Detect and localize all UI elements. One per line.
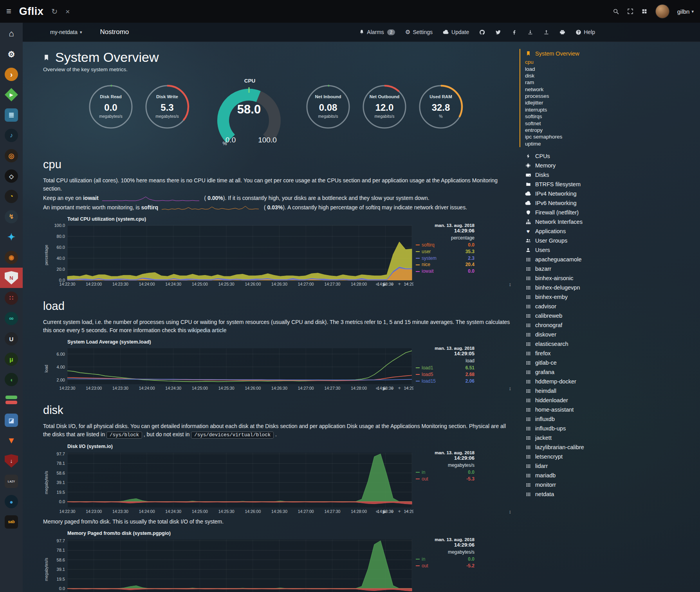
nav-upload[interactable] [543,29,549,35]
menu-item-gitlab-ce[interactable]: gitlab-ce [525,358,700,367]
menu-item-diskover[interactable]: diskover [525,330,700,339]
menu-item-netdata[interactable]: netdata [525,490,700,499]
host-dropdown[interactable]: my-netdata▾ [50,29,82,35]
menu-item-calibreweb[interactable]: calibreweb [525,311,700,320]
sidebar-app-deluge[interactable]: ● [0,495,23,509]
hamburger-menu-icon[interactable]: ≡ [6,7,11,16]
menu-item-heimdall[interactable]: heimdall [525,387,700,396]
menu-item-applications[interactable]: ♥Applications [525,227,700,236]
sidebar-app-settings[interactable]: ⚙ [0,47,23,61]
menu-subitem-network[interactable]: network [525,86,700,93]
chart-zoom-out-button[interactable]: − [405,281,408,287]
menu-subitem-load[interactable]: load [525,65,700,72]
chart-pan-back-button[interactable]: « [376,509,379,515]
menu-item-apacheguacamole[interactable]: apacheguacamole [525,255,700,264]
nav-settings[interactable]: ⚙Settings [405,29,433,36]
legend-series-nice[interactable]: nice20.4 [416,261,474,268]
sidebar-app-home[interactable]: ⌂ [0,27,23,41]
menu-item-lidarr[interactable]: lidarr [525,462,700,471]
menu-subitem-processes[interactable]: processes [525,93,700,99]
menu-item-disks[interactable]: Disks [525,171,700,180]
sidebar-app-kodi[interactable]: ✦ [0,230,23,244]
sidebar-app-utorrent[interactable]: µ [0,352,23,366]
chart-zoom-in-button[interactable]: + [398,385,401,391]
app-logo[interactable]: Gflix [19,5,44,18]
sidebar-app-varken[interactable]: ↓ [0,454,23,468]
refresh-icon[interactable]: ↻ [51,8,58,15]
sidebar-app-emby[interactable]: ▶ [0,88,23,102]
sidebar-app-ombi[interactable]: ◇ [0,169,23,183]
legend-series-load1[interactable]: load16.51 [416,365,474,371]
menu-subitem-interrupts[interactable]: interrupts [525,106,700,113]
menu-item-users[interactable]: Users [525,246,700,255]
chart-pan-forward-button[interactable]: » [391,281,393,287]
chart-resize-handle[interactable]: ↕ [509,385,512,391]
sidebar-app-jackett[interactable]: ◎ [0,149,23,163]
menu-item-influxdb-ups[interactable]: influxdb-ups [525,424,700,433]
menu-subitem-idlejitter[interactable]: idlejitter [525,99,700,106]
sidebar-app-photos[interactable]: ◪ [0,413,23,427]
legend-series-system[interactable]: system2.3 [416,255,474,262]
gauge-used-ram[interactable]: Used RAM32.8% [417,83,470,131]
menu-subitem-entropy[interactable]: entropy [525,127,700,133]
menu-subitem-uptime[interactable]: uptime [525,140,700,147]
menu-subitem-softnet[interactable]: softnet [525,120,700,126]
sidebar-app-sabnzbd[interactable]: sab [0,515,23,529]
gauge-cpu[interactable]: CPU58.00.0100.0% [208,78,292,146]
chart-zoom-out-button[interactable]: − [405,385,408,391]
search-icon[interactable] [613,8,619,15]
chart-zoom-out-button[interactable]: − [405,509,408,515]
sidebar-app-airsonic[interactable]: ♪ [0,128,23,142]
tabs-icon[interactable] [641,8,648,14]
menu-item-letsencrypt[interactable]: letsencrypt [525,452,700,461]
sidebar-app-flood[interactable]: ∞ [0,311,23,326]
chart-zoom-in-button[interactable]: + [398,509,401,515]
chart-play-button[interactable]: ▶ [383,281,387,287]
legend-series-in[interactable]: in0.0 [416,469,474,476]
chart-zoom-in-button[interactable]: + [398,281,401,287]
gauge-net-inbound[interactable]: Net Inbound0.08megabits/s [304,83,357,131]
legend-series-load5[interactable]: load52.68 [416,371,474,378]
chart-pan-back-button[interactable]: « [376,385,379,391]
menu-item-cpus[interactable]: CPUs [525,152,700,161]
menu-item-binhex-delugevpn[interactable]: binhex-delugevpn [525,283,700,292]
chart-resize-handle[interactable]: ↕ [509,509,512,515]
sidebar-app-plex[interactable]: › [0,67,23,81]
nav-facebook[interactable] [511,29,517,35]
legend-series-user[interactable]: user35.3 [416,248,474,255]
menu-item-cadvisor[interactable]: cadvisor [525,302,700,311]
menu-subitem-ram[interactable]: ram [525,79,700,86]
menu-item-btrfs-filesystem[interactable]: BTRFS filesystem [525,180,700,189]
menu-item-binhex-emby[interactable]: binhex-emby [525,293,700,302]
nav-download[interactable] [527,29,533,35]
chart-pan-forward-button[interactable]: » [391,385,393,391]
menu-item-mariadb[interactable]: mariadb [525,471,700,480]
sidebar-app-tautulli[interactable]: ↯ [0,210,23,224]
gauge-net-outbound[interactable]: Net Outbound12.0megabits/s [360,83,413,131]
sidebar-app-radarr[interactable]: ◔ [0,189,23,203]
chart-canvas[interactable]: 6.004.002.0014:22:3014:23:0014:23:3014:2… [49,345,413,392]
gauge-disk-read[interactable]: Disk Read0.0megabytes/s [87,83,140,131]
menu-item-grafana[interactable]: grafana [525,368,700,377]
menu-item-elasticsearch[interactable]: elasticsearch [525,340,700,349]
legend-series-softirq[interactable]: softirq0.0 [416,242,474,248]
chart-play-button[interactable]: ▶ [383,385,387,391]
nav-github[interactable] [479,29,485,35]
fullscreen-icon[interactable] [627,8,633,14]
user-menu[interactable]: gilbn▾ [677,8,694,15]
wikipedia-article-link[interactable]: wikipedia article [188,327,227,333]
menu-item-chronograf[interactable]: chronograf [525,321,700,330]
sidebar-app-lazylibrarian[interactable]: LAZY [0,474,23,488]
menu-item-home-assistant[interactable]: home-assistant [525,405,700,414]
nav-twitter[interactable] [495,29,501,35]
menu-item-user-groups[interactable]: User Groups [525,236,700,245]
nav-update[interactable]: Update [443,29,469,35]
sidebar-app-gitlab[interactable]: ▼ [0,434,23,448]
sidebar-app-netdata[interactable]: N [0,268,23,288]
legend-series-out[interactable]: out-5.3 [416,476,474,482]
menu-item-system-overview[interactable]: System Overview [525,49,700,58]
menu-subitem-disk[interactable]: disk [525,72,700,79]
nav-alarms[interactable]: Alarms2 [359,29,395,35]
menu-item-network-interfaces[interactable]: Network Interfaces [525,218,700,227]
menu-item-ipv4-networking[interactable]: IPv4 Networking [525,189,700,198]
